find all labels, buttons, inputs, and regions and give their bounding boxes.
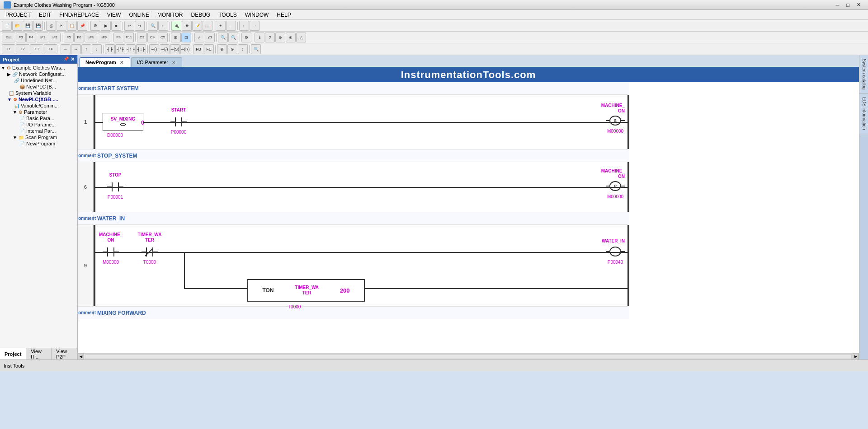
tb3-b5[interactable]: ←	[61, 44, 71, 54]
scroll-track-h[interactable]	[85, 354, 852, 359]
tb2-f11[interactable]: F11	[124, 33, 134, 42]
tb2-f4[interactable]: F4	[26, 33, 36, 42]
tb2-info[interactable]: ℹ	[255, 33, 264, 42]
tb2-c5[interactable]: C5	[158, 33, 168, 42]
tb2-tag[interactable]: 🏷	[205, 33, 215, 42]
tb-copy[interactable]: 📋	[67, 21, 77, 31]
tb3-b18[interactable]: FE	[204, 44, 214, 54]
tree-item-newplc[interactable]: 📦 NewPLC [B...	[0, 84, 77, 90]
tree-item-io-para[interactable]: 📄 I/O Parame...	[0, 121, 77, 128]
tb-save-all[interactable]: 💾	[33, 21, 43, 31]
tb3-b16[interactable]: ─(R)	[180, 44, 190, 54]
tb-compile[interactable]: ⚙	[90, 21, 100, 31]
tb-open[interactable]: 📂	[12, 21, 22, 31]
tb2-settings[interactable]: ⚙	[241, 33, 251, 42]
tb2-sf8[interactable]: sF8	[85, 33, 97, 42]
tb3-b15[interactable]: ─(S)	[170, 44, 180, 54]
tb3-b13[interactable]: ─()	[149, 44, 159, 54]
tb3-b1[interactable]: F1	[2, 44, 15, 54]
tb2-grid[interactable]: ⊞	[171, 33, 181, 42]
menu-view[interactable]: VIEW	[104, 11, 125, 19]
tb2-esc[interactable]: Esc	[2, 33, 15, 42]
tb-zoom-out[interactable]: -	[226, 21, 236, 31]
menu-debug[interactable]: DEBUG	[188, 11, 214, 19]
tb2-check[interactable]: ✓	[194, 33, 204, 42]
tree-item-internal-para[interactable]: 📄 Internal Par...	[0, 128, 77, 134]
tb2-f3[interactable]: F3	[16, 33, 26, 42]
tb-redo[interactable]: ↪	[135, 21, 145, 31]
tb3-b20[interactable]: ⊗	[227, 44, 237, 54]
tab-newprogram[interactable]: NewProgram ✕	[80, 57, 130, 67]
tree-item-newplc-xgb[interactable]: ▼ ⚙ NewPLC(XGB-....	[0, 96, 77, 103]
tb-arrow-left[interactable]: ←	[239, 21, 249, 31]
tb3-b4[interactable]: F4	[44, 44, 57, 54]
tab-ioparameter-close[interactable]: ✕	[171, 60, 176, 65]
tb2-ext2[interactable]: ⊗	[286, 33, 296, 42]
tb-arrow-right[interactable]: →	[250, 21, 259, 31]
left-tab-project[interactable]: Project	[0, 348, 26, 359]
tree-item-root[interactable]: ▼ ⚙ Example Clothes Was...	[0, 65, 77, 71]
minimize-btn[interactable]: ─	[832, 2, 843, 8]
tb3-b22[interactable]: 🔍	[251, 44, 261, 54]
tb-undo[interactable]: ↩	[124, 21, 134, 31]
left-tab-viewhi[interactable]: View Hi...	[26, 348, 52, 359]
tb-stop[interactable]: ■	[111, 21, 121, 31]
panel-pin-btn[interactable]: 📌	[63, 56, 69, 62]
tb2-zoom-out2[interactable]: 🔍	[228, 33, 238, 42]
tb3-b7[interactable]: ↑	[81, 44, 91, 54]
tb2-zoom-in2[interactable]: 🔍	[218, 33, 228, 42]
tb3-b11[interactable]: ┤↑├	[126, 44, 136, 54]
tb-new[interactable]: 📄	[2, 21, 12, 31]
tb-find[interactable]: 🔍	[148, 21, 158, 31]
system-catalog-tab[interactable]: System catalog	[859, 55, 868, 93]
menu-online[interactable]: ONLINE	[125, 11, 153, 19]
tb3-b3[interactable]: F3	[30, 44, 43, 54]
menu-help[interactable]: HELP	[273, 11, 294, 19]
tree-item-basic-para[interactable]: 📄 Basic Para...	[0, 115, 77, 121]
tb2-f6[interactable]: F6	[74, 33, 84, 42]
tb3-b14[interactable]: ─(/)	[160, 44, 170, 54]
tb2-f5[interactable]: F5	[64, 33, 74, 42]
tree-item-new-program[interactable]: 📄 NewProgram	[0, 140, 77, 147]
scroll-right-btn[interactable]: ▶	[853, 354, 859, 360]
tb-write[interactable]: 📝	[192, 21, 202, 31]
tb3-b6[interactable]: →	[71, 44, 81, 54]
tb2-ladder[interactable]: ⊡	[181, 33, 191, 42]
menu-findreplace[interactable]: FIND/REPLACE	[56, 11, 102, 19]
tree-item-parameter[interactable]: ▼ ⚙ Parameter	[0, 109, 77, 115]
h-scrollbar[interactable]: ◀ ▶	[78, 353, 859, 359]
tree-item-varcomm[interactable]: 📊 Variable/Comm...	[0, 103, 77, 109]
scroll-left-btn[interactable]: ◀	[78, 354, 84, 360]
tb2-sf2[interactable]: sF2	[49, 33, 61, 42]
tb2-c3[interactable]: C3	[137, 33, 147, 42]
tb-connect[interactable]: 🔌	[171, 21, 181, 31]
tree-item-sysvar[interactable]: 📋 System Variable	[0, 90, 77, 96]
tb2-c4[interactable]: C4	[147, 33, 157, 42]
tb2-sf9[interactable]: sF9	[98, 33, 110, 42]
tree-item-network[interactable]: ▶ 🔗 Network Configurat...	[0, 71, 77, 77]
menu-window[interactable]: WINDOW	[241, 11, 273, 19]
tab-ioparameter[interactable]: I/O Parameter ✕	[131, 57, 182, 67]
tb3-b17[interactable]: FB	[193, 44, 203, 54]
tb-paste[interactable]: 📌	[77, 21, 87, 31]
tab-newprogram-close[interactable]: ✕	[119, 60, 124, 65]
tb3-b10[interactable]: ┤/├	[115, 44, 125, 54]
tb2-sf1[interactable]: sF1	[37, 33, 48, 42]
menu-project[interactable]: PROJECT	[2, 11, 34, 19]
menu-tools[interactable]: TOOLS	[215, 11, 240, 19]
close-btn[interactable]: ✕	[853, 2, 864, 8]
tb2-ext3[interactable]: △	[296, 33, 306, 42]
tb-zoom-in[interactable]: +	[216, 21, 226, 31]
tb-cut[interactable]: ✂	[57, 21, 66, 31]
menu-edit[interactable]: EDIT	[35, 11, 55, 19]
panel-close-btn[interactable]: ✕	[71, 56, 75, 62]
tb3-b2[interactable]: F2	[16, 44, 29, 54]
tb-print[interactable]: 🖨	[46, 21, 56, 31]
tb-save[interactable]: 💾	[23, 21, 33, 31]
tb3-b12[interactable]: ┤↓├	[136, 44, 146, 54]
tb2-f9[interactable]: F9	[113, 33, 123, 42]
tb2-ext1[interactable]: ⊕	[275, 33, 285, 42]
tb3-b19[interactable]: ⊕	[217, 44, 227, 54]
tb-read[interactable]: 📖	[203, 21, 212, 31]
tb-replace[interactable]: ↔	[158, 21, 168, 31]
